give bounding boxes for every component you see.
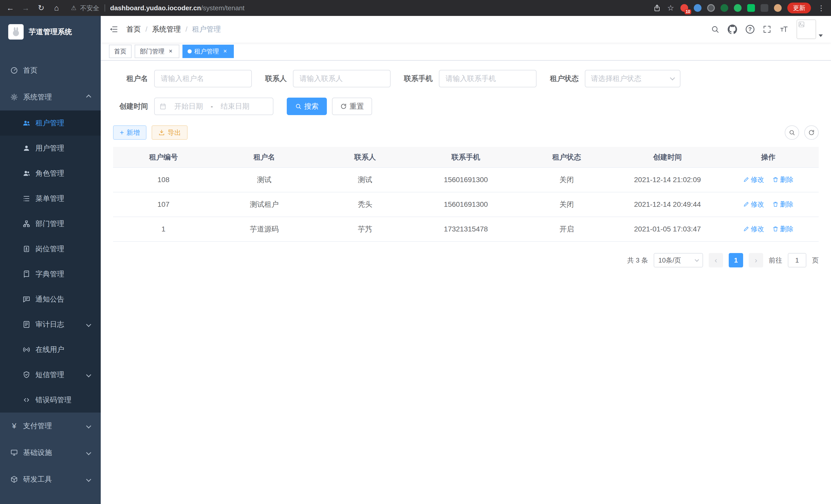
page-number-button[interactable]: 1 [729, 253, 743, 267]
search-icon [789, 129, 795, 136]
tenant-name-input[interactable] [154, 70, 252, 87]
sidebar-item-tenant-mgmt[interactable]: 租户管理 [0, 111, 101, 136]
end-date-input[interactable] [216, 102, 254, 111]
sidebar-item-dept-mgmt[interactable]: 部门管理 [0, 211, 101, 236]
delete-label: 删除 [780, 175, 794, 184]
sidebar-item-dev-tools[interactable]: 研发工具 [0, 466, 101, 493]
sidebar-item-audit-log[interactable]: 审计日志 [0, 312, 101, 337]
delete-link[interactable]: 删除 [772, 175, 794, 184]
extension-icon-1[interactable]: 10 [681, 4, 688, 12]
sidebar-item-home[interactable]: 首页 [0, 57, 101, 84]
sidebar-item-infrastructure[interactable]: 基础设施 [0, 439, 101, 466]
goto-page-input[interactable] [788, 253, 806, 267]
address-bar[interactable]: ⚠ 不安全 dashboard.yudao.iocoder.cn/system/… [67, 4, 648, 12]
security-warning-icon: ⚠ [71, 4, 77, 11]
prev-page-button[interactable]: ‹ [709, 253, 723, 267]
column-header-name: 租户名 [214, 147, 315, 168]
extension-icon-3[interactable] [707, 4, 715, 12]
delete-link[interactable]: 删除 [772, 225, 794, 234]
user-avatar-menu[interactable] [797, 20, 823, 39]
column-header-actions: 操作 [718, 147, 819, 168]
cell-mobile: 15601691300 [416, 192, 516, 217]
edit-link[interactable]: 修改 [743, 200, 764, 209]
contact-input[interactable] [293, 70, 391, 87]
sidebar-item-menu-mgmt[interactable]: 菜单管理 [0, 186, 101, 211]
chevron-down-icon [86, 322, 91, 327]
sidebar-collapse-button[interactable] [109, 25, 118, 34]
reset-button[interactable]: 重置 [332, 98, 372, 115]
add-button[interactable]: + 新增 [113, 125, 146, 140]
font-size-icon[interactable] [780, 25, 789, 34]
browser-menu-kebab-icon[interactable]: ⋮ [816, 4, 826, 12]
sidebar-item-sms-mgmt[interactable]: 短信管理 [0, 362, 101, 387]
close-icon[interactable]: × [167, 48, 174, 55]
calendar-icon [159, 103, 167, 110]
table-row: 1 芋道源码 芋艿 17321315478 开启 2021-01-05 17:0… [113, 217, 819, 241]
browser-profile-avatar[interactable] [774, 4, 782, 12]
system-submenu: 租户管理 用户管理 角色管理 菜单管理 部门管理 [0, 111, 101, 413]
app-logo[interactable]: 芋道管理系统 [0, 16, 101, 48]
fullscreen-icon[interactable] [763, 25, 771, 34]
filter-status: 租户状态 请选择租户状态 [550, 70, 681, 87]
refresh-icon [808, 129, 815, 136]
browser-reload-icon[interactable]: ↻ [36, 4, 46, 12]
sidebar-item-dict-mgmt[interactable]: 字典管理 [0, 262, 101, 287]
reset-button-label: 重置 [349, 101, 364, 111]
export-button[interactable]: 导出 [152, 125, 188, 140]
sidebar-item-online-users[interactable]: 在线用户 [0, 337, 101, 362]
sidebar-item-post-mgmt[interactable]: 岗位管理 [0, 236, 101, 262]
sidebar-item-notice[interactable]: 通知公告 [0, 287, 101, 312]
tag-home[interactable]: 首页 [109, 45, 132, 58]
sidebar-item-label: 研发工具 [23, 474, 52, 484]
delete-link[interactable]: 删除 [772, 200, 794, 209]
extension-icon-2[interactable] [694, 4, 701, 12]
signal-icon [23, 346, 30, 353]
breadcrumb-item-system[interactable]: 系统管理 [152, 24, 181, 34]
breadcrumb-item-home[interactable]: 首页 [126, 24, 141, 34]
filter-create-time: 创建时间 - [113, 98, 274, 115]
edit-link[interactable]: 修改 [743, 225, 764, 234]
sidebar-item-role-mgmt[interactable]: 角色管理 [0, 161, 101, 186]
github-icon[interactable] [728, 24, 738, 34]
close-icon[interactable]: × [222, 48, 229, 55]
sidebar-item-system-management[interactable]: 系统管理 [0, 84, 101, 111]
browser-back-icon[interactable]: ← [5, 4, 16, 12]
refresh-table-button[interactable] [804, 125, 819, 140]
search-icon[interactable] [711, 25, 719, 34]
status-select[interactable]: 请选择租户状态 [585, 70, 681, 87]
browser-update-button[interactable]: 更新 [787, 3, 811, 13]
tag-tenant-mgmt[interactable]: 租户管理 × [182, 45, 234, 58]
sidebar-item-error-code-mgmt[interactable]: 错误码管理 [0, 387, 101, 413]
browser-home-icon[interactable]: ⌂ [51, 4, 62, 12]
delete-label: 删除 [780, 225, 794, 234]
avatar [797, 20, 816, 39]
sidebar-item-payment-mgmt[interactable]: ¥ 支付管理 [0, 413, 101, 439]
table-row: 108 测试 测试 15601691300 关闭 2021-12-14 21:0… [113, 168, 819, 192]
next-page-button[interactable]: › [749, 253, 763, 267]
extension-icon-5[interactable] [734, 4, 742, 12]
cell-status: 关闭 [516, 192, 617, 217]
toggle-search-button[interactable] [785, 125, 799, 140]
address-divider [105, 4, 105, 11]
extension-icon-4[interactable] [720, 4, 728, 12]
bookmark-star-icon[interactable]: ☆ [666, 4, 675, 12]
start-date-input[interactable] [170, 102, 208, 111]
help-icon[interactable]: ? [746, 25, 754, 34]
book-icon [23, 270, 30, 278]
edit-link[interactable]: 修改 [743, 175, 764, 184]
sidebar-item-user-mgmt[interactable]: 用户管理 [0, 136, 101, 161]
page-url: dashboard.yudao.iocoder.cn/system/tenant [110, 4, 245, 12]
org-tree-icon [23, 220, 30, 228]
page-size-select[interactable]: 10条/页 [654, 253, 703, 267]
tag-dept-mgmt[interactable]: 部门管理 × [135, 45, 179, 58]
monitor-icon [10, 449, 18, 456]
date-range-picker[interactable]: - [154, 98, 274, 115]
search-button[interactable]: 搜索 [287, 98, 327, 115]
trash-icon [772, 201, 779, 207]
extensions-puzzle-icon[interactable] [761, 4, 768, 12]
app-shell: 芋道管理系统 首页 系统管理 租户管理 用户管理 [0, 16, 831, 504]
share-icon[interactable] [653, 4, 661, 12]
mobile-input[interactable] [439, 70, 537, 87]
extension-icon-6[interactable] [747, 4, 755, 12]
browser-forward-icon[interactable]: → [21, 4, 31, 12]
